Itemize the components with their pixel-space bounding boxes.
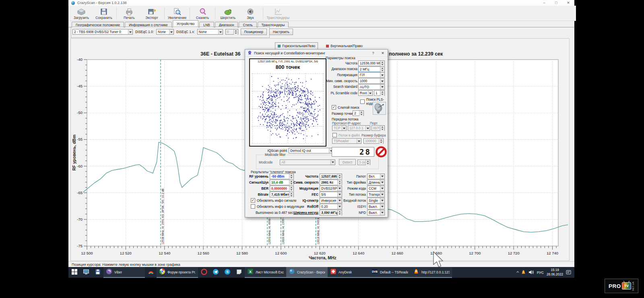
taskbar-monitor[interactable] bbox=[80, 267, 92, 278]
spinner-arrows[interactable] bbox=[380, 91, 384, 95]
language-indicator[interactable]: РУС bbox=[537, 271, 544, 275]
taskbar-viber[interactable]: Viber bbox=[103, 267, 145, 278]
dialog-help-button[interactable]: ? bbox=[368, 51, 378, 55]
pl-scramble-mode-select[interactable]: Root bbox=[358, 90, 373, 96]
stop-button[interactable] bbox=[376, 146, 387, 157]
blind-search-checkbox[interactable]: ✓Слепой поиск bbox=[332, 105, 359, 110]
param-row: Search standard AUTO bbox=[324, 84, 385, 90]
result-BER-stepper[interactable]: 0,0000000 bbox=[270, 186, 294, 191]
spinner-arrows[interactable] bbox=[359, 111, 363, 116]
result-label: Симв. скорость bbox=[293, 180, 318, 184]
port-label: Порт bbox=[370, 121, 378, 125]
taskbar-anydesk[interactable]: AnyDesk bbox=[328, 267, 369, 278]
result-Режим кода-select[interactable]: CCM bbox=[367, 186, 385, 191]
taskbar-chrome[interactable]: Форум проекта Pr... bbox=[157, 267, 198, 278]
result-ISSYI-select[interactable]: Выкл. bbox=[367, 204, 385, 209]
pl-scramble-value-stepper[interactable]: 1 bbox=[374, 90, 385, 96]
result-RollOff-select[interactable]: 0.20 bbox=[320, 204, 342, 209]
speaker-icon[interactable] bbox=[528, 269, 534, 276]
svg-text:Частота, MHz: Частота, MHz bbox=[309, 255, 336, 260]
param-Диапазон поиска-stepper[interactable]: 2 МГц bbox=[358, 66, 385, 72]
maximize-button[interactable]: □ bbox=[550, 0, 562, 6]
result-Пилот-select[interactable]: Вкл. bbox=[367, 174, 385, 179]
chevron-down-icon bbox=[380, 174, 384, 179]
result-Модуляция-select[interactable]: DVBS2/8PSK bbox=[320, 186, 342, 191]
toolbar-button-6[interactable]: Шерстить bbox=[217, 6, 239, 21]
toolbar-button-0[interactable]: Загрузить bbox=[70, 6, 93, 21]
tray-chevron-up-icon[interactable]: ^ bbox=[516, 271, 519, 275]
dot-size-stepper[interactable]: 2 bbox=[353, 110, 364, 116]
result-Тип фрейма-select[interactable]: Длинный bbox=[367, 180, 385, 185]
dialog-close-button[interactable]: ✕ bbox=[378, 51, 388, 55]
notification-center-icon[interactable] bbox=[566, 269, 571, 276]
spinner-arrows[interactable] bbox=[337, 210, 342, 215]
result-RF уровень-stepper[interactable]: -50 dBm bbox=[270, 174, 294, 179]
spinner-arrows[interactable] bbox=[380, 61, 384, 66]
toolbar-button-2[interactable]: Печать bbox=[118, 6, 140, 21]
taskbar-opera[interactable] bbox=[198, 267, 210, 278]
spinner-arrows[interactable] bbox=[337, 174, 342, 179]
dialog-titlebar[interactable]: Поиск несущей и Constellation-мониторинг… bbox=[245, 50, 388, 57]
toolbar-button-4[interactable]: Увеличение bbox=[166, 6, 188, 21]
toolbar-separator bbox=[116, 7, 117, 19]
result-IQ-спектр-select[interactable]: Инверсия bbox=[320, 198, 342, 203]
legend-item-0[interactable]: Горизонтальная/Лево bbox=[275, 42, 318, 50]
result-row: Сигнал/Шум 10,4 dB bbox=[249, 179, 294, 185]
result-Ширина несущей-stepper[interactable]: 3,590 МГц bbox=[320, 210, 342, 215]
tuner-select[interactable]: 2 - TBS 6908 DVBS/S2 Tuner 0 bbox=[72, 29, 133, 35]
taskbar-floppy-stack[interactable] bbox=[92, 267, 103, 278]
spinner-arrows[interactable] bbox=[289, 186, 293, 191]
vlc-tray-icon[interactable] bbox=[521, 269, 526, 276]
result-Входной поток-select[interactable]: Single bbox=[367, 198, 385, 203]
result-Bitrate-stepper[interactable]: 7,415 Мбит bbox=[270, 192, 294, 197]
spinner-arrows[interactable] bbox=[289, 180, 293, 185]
result-label: RF уровень bbox=[249, 174, 268, 178]
toolbar-button-3[interactable]: Экспорт bbox=[140, 6, 163, 21]
result-NPD-select[interactable]: Выкл. bbox=[367, 210, 385, 215]
param-Search standard-select[interactable]: AUTO bbox=[358, 84, 385, 90]
close-button[interactable]: ✕ bbox=[562, 0, 574, 6]
spinner-arrows[interactable] bbox=[289, 174, 293, 179]
legend-item-1[interactable]: Вертикальная/Право bbox=[324, 42, 365, 50]
taskbar-vlc[interactable]: http://127.0.0.1:123... bbox=[411, 267, 452, 278]
param-Частота-stepper[interactable]: 12538,000 МГц bbox=[358, 60, 385, 66]
update-signal-checkbox[interactable]: ✓Обновлять инфо сигнале bbox=[251, 198, 297, 203]
window-titlebar[interactable]: CrazyScan - Версия 1.0.2.138 – □ ✕ bbox=[68, 0, 574, 6]
taskbar-clock[interactable]: 15:1928.06.2022 bbox=[547, 268, 563, 277]
excel-icon: X bbox=[247, 268, 254, 276]
minimize-button[interactable]: – bbox=[538, 0, 550, 6]
spinner-arrows bbox=[380, 126, 384, 130]
spinner-arrows[interactable] bbox=[380, 67, 384, 72]
setup-button[interactable]: Настроить bbox=[269, 29, 293, 35]
param-Мин. симв. скорость-select[interactable]: 1000 bbox=[358, 78, 385, 84]
ip-address-select: 127.0.0.1 bbox=[348, 125, 370, 131]
dialog-ribbon-icon bbox=[248, 51, 252, 55]
spinner-arrows[interactable] bbox=[289, 192, 293, 197]
taskbar-skype[interactable]: S bbox=[221, 267, 233, 278]
taskbar-telegram[interactable] bbox=[210, 267, 221, 278]
taskbar-crazyscan[interactable]: CrazyScan - Верси... bbox=[286, 267, 328, 278]
positioner-button[interactable]: Позиционер bbox=[241, 29, 267, 35]
result-row: Тип фрейма Длинный bbox=[343, 179, 385, 185]
update-modulation-checkbox[interactable]: Обновлять инфо о модуляции bbox=[251, 204, 304, 209]
toolbar-button-1[interactable]: Сохранить bbox=[93, 6, 115, 21]
dot-size-label: Размер точки bbox=[332, 112, 353, 116]
toolbar-button-7[interactable]: Звук bbox=[239, 6, 262, 21]
diseqc10-select[interactable]: None bbox=[156, 29, 174, 35]
result-Частота-stepper[interactable]: 12537,695 МГ bbox=[320, 174, 342, 179]
taskbar-windows-start[interactable] bbox=[68, 267, 80, 278]
taskbar-notes[interactable] bbox=[233, 267, 245, 278]
result-FEC-select[interactable]: 5/6 bbox=[320, 192, 342, 197]
param-Поляризация-select[interactable]: Г/Л bbox=[358, 72, 385, 78]
telegram-icon bbox=[213, 269, 219, 277]
iqscan-point-select[interactable]: Demod IQ out bbox=[289, 148, 334, 153]
spinner-arrows[interactable] bbox=[337, 180, 342, 185]
taskbar-rainbow[interactable] bbox=[145, 267, 157, 278]
result-Симв. скорость-stepper[interactable]: 2991 Кс bbox=[320, 180, 342, 185]
result-Тип потока-select[interactable]: Transport bbox=[367, 192, 385, 197]
taskbar-tsreader[interactable]: DVB Default -- TSReader... bbox=[369, 267, 411, 278]
result-Сигнал/Шум-stepper[interactable]: 10,4 dB bbox=[270, 180, 294, 185]
toolbar-button-5[interactable]: Сканить bbox=[191, 6, 214, 21]
taskbar-excel[interactable]: X Лист Microsoft Exc... bbox=[245, 267, 286, 278]
diseqc1x-select[interactable]: None bbox=[197, 29, 223, 35]
